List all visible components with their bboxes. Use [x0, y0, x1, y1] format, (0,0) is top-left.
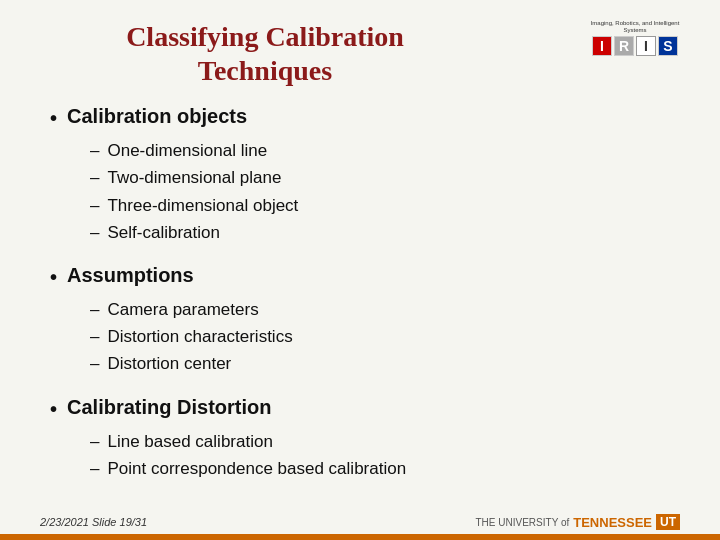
- section-1-list: –One-dimensional line –Two-dimensional p…: [50, 137, 680, 246]
- logo-text: Imaging, Robotics, and Intelligent Syste…: [590, 20, 680, 34]
- list-item: –Two-dimensional plane: [90, 164, 680, 191]
- university-text: THE UNIVERSITY of: [476, 517, 570, 528]
- footer-date: 2/23/2021 Slide 19/31: [40, 516, 147, 528]
- university-name: TENNESSEE: [573, 515, 652, 530]
- bullet-1: •: [50, 105, 57, 131]
- section-assumptions: • Assumptions –Camera parameters –Distor…: [50, 264, 680, 378]
- logo-boxes: I R I S: [592, 36, 678, 56]
- section-calibration-objects: • Calibration objects –One-dimensional l…: [50, 105, 680, 246]
- footer: 2/23/2021 Slide 19/31 THE UNIVERSITY of …: [0, 514, 720, 530]
- list-item: –One-dimensional line: [90, 137, 680, 164]
- logo-letter-I: I: [592, 36, 612, 56]
- list-item: –Line based calibration: [90, 428, 680, 455]
- logo-letter-I2: I: [636, 36, 656, 56]
- list-item: –Three-dimensional object: [90, 192, 680, 219]
- slide-title: Classifying Calibration Techniques: [40, 20, 590, 87]
- list-item: –Self-calibration: [90, 219, 680, 246]
- list-item: –Point correspondence based calibration: [90, 455, 680, 482]
- list-item: –Distortion characteristics: [90, 323, 680, 350]
- iris-logo: Imaging, Robotics, and Intelligent Syste…: [590, 20, 680, 56]
- section-2-heading: • Assumptions: [50, 264, 680, 290]
- content: • Calibration objects –One-dimensional l…: [40, 105, 680, 482]
- section-1-title: Calibration objects: [67, 105, 247, 128]
- section-3-list: –Line based calibration –Point correspon…: [50, 428, 680, 482]
- section-3-heading: • Calibrating Distortion: [50, 396, 680, 422]
- section-2-list: –Camera parameters –Distortion character…: [50, 296, 680, 378]
- section-2-title: Assumptions: [67, 264, 194, 287]
- list-item: –Distortion center: [90, 350, 680, 377]
- list-item: –Camera parameters: [90, 296, 680, 323]
- logo-letter-R: R: [614, 36, 634, 56]
- bottom-border: [0, 534, 720, 540]
- section-3-title: Calibrating Distortion: [67, 396, 271, 419]
- header: Classifying Calibration Techniques Imagi…: [40, 20, 680, 87]
- logo-letter-S: S: [658, 36, 678, 56]
- section-1-heading: • Calibration objects: [50, 105, 680, 131]
- footer-university-logo: THE UNIVERSITY of TENNESSEE UT: [476, 514, 680, 530]
- bullet-2: •: [50, 264, 57, 290]
- section-calibrating-distortion: • Calibrating Distortion –Line based cal…: [50, 396, 680, 482]
- slide: Classifying Calibration Techniques Imagi…: [0, 0, 720, 540]
- ut-box: UT: [656, 514, 680, 530]
- bullet-3: •: [50, 396, 57, 422]
